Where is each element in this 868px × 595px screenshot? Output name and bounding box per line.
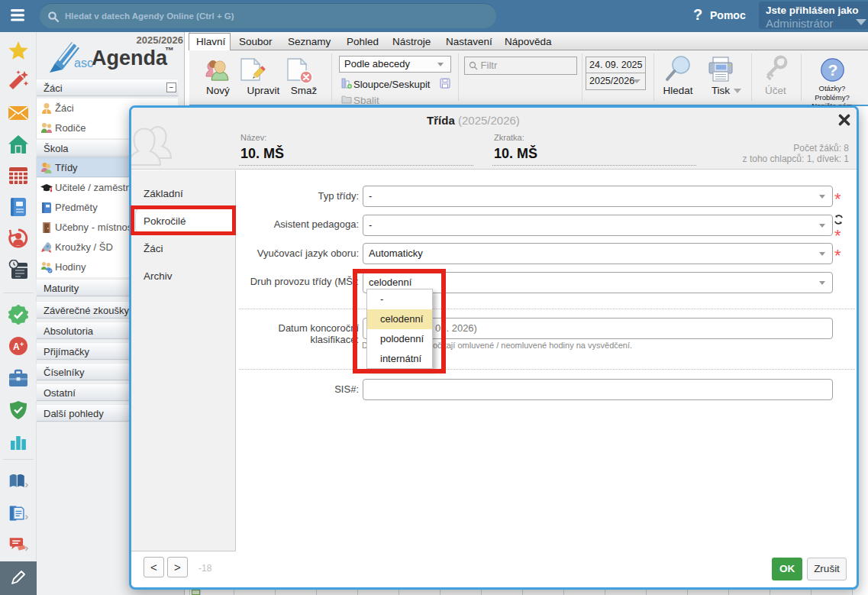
- svg-text:+: +: [20, 341, 24, 348]
- svg-text:A: A: [13, 341, 20, 352]
- svg-text:?: ?: [828, 61, 838, 79]
